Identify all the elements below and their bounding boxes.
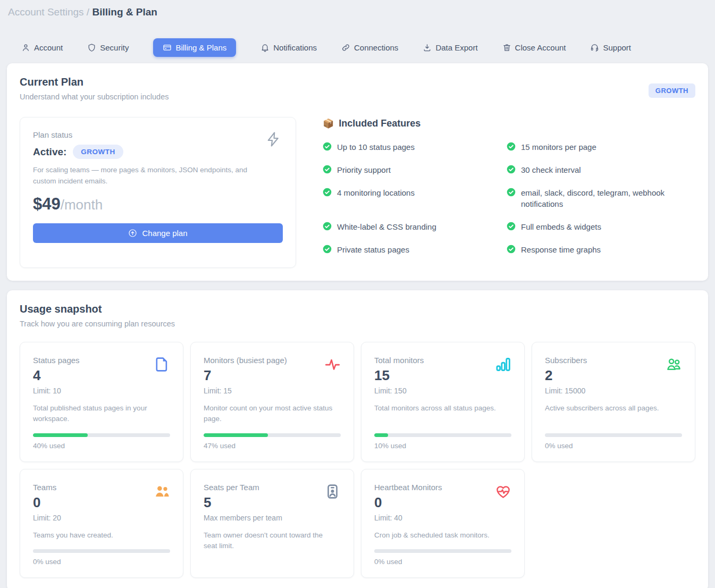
change-plan-button[interactable]: Change plan — [33, 223, 283, 243]
plan-state-row: Active: GROWTH — [33, 145, 283, 159]
usage-card-title: Status pages — [33, 356, 170, 365]
credit-card-icon — [163, 43, 172, 52]
feature-item: White-label & CSS branding — [323, 221, 507, 233]
tab-billing-plans[interactable]: Billing & Plans — [153, 38, 236, 57]
feature-label: 15 monitors per page — [521, 141, 596, 153]
usage-title: Usage snapshot — [20, 303, 695, 315]
tab-data-export[interactable]: Data Export — [423, 43, 477, 52]
usage-card-description: Total monitors across all status pages. — [374, 403, 511, 414]
usage-card-description: Cron job & scheduled task monitors. — [374, 530, 511, 541]
plan-state: Active: — [33, 146, 66, 158]
plan-status-card: Plan status Active: GROWTH For scaling t… — [20, 117, 296, 268]
progress-track — [374, 549, 511, 553]
usage-subtitle: Track how you are consuming plan resourc… — [20, 320, 695, 328]
feature-item: Priority support — [323, 164, 507, 176]
usage-progress: 40% used — [33, 425, 170, 450]
usage-card-limit: Limit: 150 — [374, 387, 511, 395]
usage-card-value: 0 — [374, 494, 511, 511]
progress-track — [374, 433, 511, 437]
check-circle-icon — [323, 245, 332, 254]
current-plan-titles: Current Plan Understand what your subscr… — [20, 76, 169, 101]
usage-card-description: Total published status pages in your wor… — [33, 403, 170, 425]
check-circle-icon — [323, 165, 332, 174]
usage-card-value: 4 — [33, 367, 170, 384]
progress-track — [204, 433, 341, 437]
lightning-bolt-icon — [266, 130, 282, 148]
usage-card-description: Monitor count on your most active status… — [204, 403, 341, 425]
usage-card-value: 0 — [33, 494, 170, 511]
feature-item: Private status pages — [323, 244, 507, 256]
billing-page: Account Settings / Billing & Plan Accoun… — [0, 0, 715, 588]
usage-grid: Status pages4Limit: 10Total published st… — [20, 342, 695, 578]
feature-item: Full embeds & widgets — [507, 221, 695, 233]
feature-list: Up to 10 status pages15 monitors per pag… — [323, 141, 695, 256]
usage-card-limit: Max members per team — [204, 514, 341, 522]
usage-card-seats-per-team: Seats per Team5Max members per teamTeam … — [190, 469, 354, 578]
tab-label: Close Account — [515, 43, 566, 52]
usage-card-description: Teams you have created. — [33, 530, 170, 541]
usage-card-title: Heartbeat Monitors — [374, 483, 511, 492]
feature-item: 30 check interval — [507, 164, 695, 176]
usage-progress: 10% used — [374, 425, 511, 450]
tab-label: Connections — [354, 43, 398, 52]
plan-tier-badge: GROWTH — [649, 83, 695, 98]
bar-chart-icon — [495, 356, 511, 373]
plan-price: $49 — [33, 195, 61, 214]
users-filled-icon — [154, 483, 170, 500]
plan-description: For scaling teams — more pages & monitor… — [33, 165, 251, 187]
current-plan-subtitle: Understand what your subscription includ… — [20, 93, 169, 101]
current-plan-title: Current Plan — [20, 76, 169, 88]
feature-item: Up to 10 status pages — [323, 141, 507, 153]
usage-card-limit: Limit: 10 — [33, 387, 170, 395]
check-circle-icon — [507, 165, 516, 174]
check-circle-icon — [323, 188, 332, 197]
check-circle-icon — [507, 222, 516, 231]
tab-account[interactable]: Account — [21, 43, 63, 52]
usage-card-description: Team owner doesn't count toward the seat… — [204, 530, 341, 552]
tab-support[interactable]: Support — [590, 43, 631, 52]
shield-icon — [87, 43, 96, 52]
check-circle-icon — [323, 222, 332, 231]
tab-security[interactable]: Security — [87, 43, 129, 52]
usage-card-title: Monitors (busiest page) — [204, 356, 341, 365]
usage-card-value: 5 — [204, 494, 341, 511]
progress-fill — [33, 433, 88, 437]
features-title: Included Features — [339, 118, 420, 129]
usage-card-limit: Limit: 20 — [33, 514, 170, 522]
feature-label: Priority support — [337, 164, 391, 176]
feature-label: Private status pages — [337, 244, 409, 256]
usage-card-title: Total monitors — [374, 356, 511, 365]
usage-card-subscribers: Subscribers2Limit: 15000Active subscribe… — [532, 342, 695, 462]
feature-item: 4 monitoring locations — [323, 187, 507, 211]
usage-card-total-monitors: Total monitors15Limit: 150Total monitors… — [361, 342, 525, 462]
feature-label: 4 monitoring locations — [337, 187, 415, 211]
current-plan-header: Current Plan Understand what your subscr… — [20, 76, 695, 101]
feature-label: White-label & CSS branding — [337, 221, 436, 233]
arrow-up-circle-icon — [128, 229, 137, 238]
usage-card-limit: Limit: 40 — [374, 514, 511, 522]
breadcrumb: Account Settings / Billing & Plan — [7, 6, 708, 18]
tab-label: Billing & Plans — [175, 43, 226, 52]
heart-pulse-icon — [495, 483, 511, 500]
tab-label: Account — [34, 43, 63, 52]
activity-icon — [324, 356, 341, 373]
tab-close-account[interactable]: Close Account — [502, 43, 566, 52]
change-plan-label: Change plan — [142, 229, 187, 238]
tab-connections[interactable]: Connections — [341, 43, 398, 52]
tab-bar: AccountSecurityBilling & PlansNotificati… — [21, 38, 708, 57]
usage-progress: 47% used — [204, 425, 341, 450]
usage-card-monitors-busiest-page: Monitors (busiest page)7Limit: 15Monitor… — [190, 342, 354, 462]
usage-percent-label: 0% used — [545, 442, 682, 450]
progress-fill — [204, 433, 268, 437]
plan-tier-pill: GROWTH — [73, 145, 123, 159]
progress-fill — [374, 433, 388, 437]
headset-icon — [590, 43, 599, 52]
tab-notifications[interactable]: Notifications — [260, 43, 317, 52]
progress-track — [545, 433, 682, 437]
usage-percent-label: 10% used — [374, 442, 511, 450]
download-icon — [423, 43, 432, 52]
features-header: 📦 Included Features — [323, 118, 695, 129]
feature-label: Full embeds & widgets — [521, 221, 601, 233]
usage-card-description: Active subscribers across all pages. — [545, 403, 682, 414]
id-badge-icon — [324, 483, 341, 500]
